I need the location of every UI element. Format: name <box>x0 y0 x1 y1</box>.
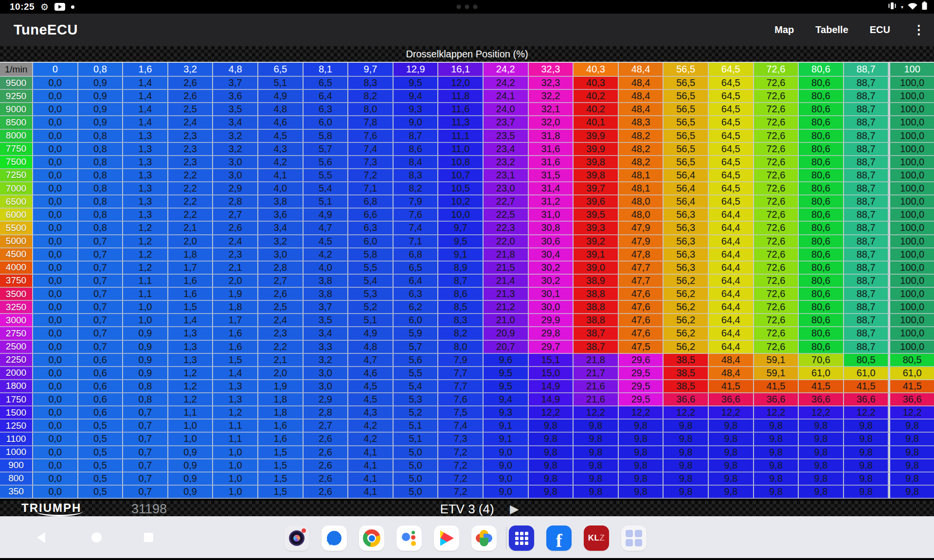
col-header[interactable]: 12,9 <box>394 63 439 77</box>
table-cell[interactable]: 88,7 <box>844 222 889 235</box>
table-cell[interactable]: 56,2 <box>664 288 709 301</box>
table-cell[interactable]: 5,1 <box>258 77 304 90</box>
row-header[interactable]: 5500 <box>0 222 33 235</box>
table-cell[interactable]: 88,7 <box>844 341 889 354</box>
table-cell[interactable]: 36,6 <box>799 393 844 406</box>
table-cell[interactable]: 41,5 <box>844 380 889 393</box>
table-cell[interactable]: 1,3 <box>123 182 168 195</box>
table-cell[interactable]: 0,8 <box>78 195 124 209</box>
table-cell[interactable]: 100,0 <box>889 156 934 169</box>
table-cell[interactable]: 0,0 <box>33 275 78 288</box>
table-cell[interactable]: 0,0 <box>33 420 78 433</box>
table-cell[interactable]: 32,2 <box>529 90 574 103</box>
table-cell[interactable]: 100,0 <box>889 327 934 340</box>
row-header[interactable]: 7250 <box>0 169 33 182</box>
table-cell[interactable]: 80,6 <box>799 103 844 116</box>
table-cell[interactable]: 100,0 <box>889 143 934 156</box>
table-cell[interactable]: 3,4 <box>304 327 349 340</box>
col-header[interactable]: 40,3 <box>574 63 619 77</box>
table-cell[interactable]: 8,4 <box>394 156 439 169</box>
table-cell[interactable]: 23,0 <box>484 182 529 195</box>
table-cell[interactable]: 31,0 <box>529 209 574 222</box>
table-cell[interactable]: 80,6 <box>799 156 844 169</box>
table-cell[interactable]: 0,7 <box>123 446 168 459</box>
table-cell[interactable]: 0,7 <box>78 301 124 314</box>
table-cell[interactable]: 8,3 <box>348 77 394 90</box>
table-cell[interactable]: 4,3 <box>348 406 394 420</box>
table-cell[interactable]: 3,6 <box>258 209 304 222</box>
table-cell[interactable]: 1,0 <box>168 420 214 433</box>
table-cell[interactable]: 5,0 <box>394 472 439 486</box>
table-cell[interactable]: 72,6 <box>754 77 799 90</box>
table-cell[interactable]: 39,7 <box>574 182 619 195</box>
table-cell[interactable]: 9,5 <box>484 380 529 393</box>
table-cell[interactable]: 61,0 <box>889 367 934 380</box>
table-cell[interactable]: 56,4 <box>664 169 709 182</box>
row-header[interactable]: 1800 <box>0 380 33 393</box>
table-cell[interactable]: 0,7 <box>123 486 168 499</box>
table-cell[interactable]: 9,8 <box>799 486 844 499</box>
table-cell[interactable]: 1,0 <box>168 433 214 446</box>
table-cell[interactable]: 9,8 <box>529 446 574 459</box>
table-cell[interactable]: 9,0 <box>484 459 529 472</box>
table-cell[interactable]: 7,2 <box>438 486 484 499</box>
table-cell[interactable]: 2,2 <box>168 169 214 182</box>
table-cell[interactable]: 0,8 <box>78 222 124 235</box>
table-cell[interactable]: 0,0 <box>33 156 78 169</box>
table-cell[interactable]: 0,5 <box>78 459 124 472</box>
table-cell[interactable]: 0,0 <box>33 367 78 380</box>
table-cell[interactable]: 39,9 <box>574 130 619 143</box>
table-cell[interactable]: 1,8 <box>258 393 304 406</box>
table-cell[interactable]: 4,8 <box>258 103 304 116</box>
table-cell[interactable]: 56,5 <box>664 116 709 129</box>
table-cell[interactable]: 80,6 <box>799 209 844 222</box>
table-cell[interactable]: 1,8 <box>213 301 258 314</box>
table-cell[interactable]: 5,1 <box>304 195 349 209</box>
table-cell[interactable]: 38,5 <box>664 367 709 380</box>
table-cell[interactable]: 4,3 <box>258 143 304 156</box>
table-cell[interactable]: 9,1 <box>484 420 529 433</box>
table-cell[interactable]: 80,6 <box>799 182 844 195</box>
table-cell[interactable]: 88,7 <box>844 235 889 248</box>
table-cell[interactable]: 47,9 <box>619 235 664 248</box>
table-cell[interactable]: 72,6 <box>754 116 799 129</box>
play-store-app-icon[interactable] <box>434 525 459 551</box>
table-cell[interactable]: 9,8 <box>709 446 754 459</box>
table-cell[interactable]: 72,6 <box>754 156 799 169</box>
table-cell[interactable]: 4,1 <box>348 486 394 499</box>
col-header[interactable]: 4,8 <box>213 63 258 77</box>
table-cell[interactable]: 39,9 <box>574 143 619 156</box>
table-cell[interactable]: 21,4 <box>484 275 529 288</box>
table-cell[interactable]: 2,8 <box>213 195 258 209</box>
table-cell[interactable]: 80,6 <box>799 275 844 288</box>
table-cell[interactable]: 7,7 <box>438 380 484 393</box>
table-cell[interactable]: 8,3 <box>394 169 439 182</box>
table-cell[interactable]: 72,6 <box>754 288 799 301</box>
table-cell[interactable]: 80,6 <box>799 130 844 143</box>
table-cell[interactable]: 2,1 <box>258 354 304 367</box>
table-cell[interactable]: 39,8 <box>574 169 619 182</box>
table-cell[interactable]: 1,3 <box>123 156 168 169</box>
table-cell[interactable]: 0,6 <box>78 354 124 367</box>
table-cell[interactable]: 72,6 <box>754 327 799 340</box>
menu-ecu[interactable]: ECU <box>870 24 890 35</box>
table-cell[interactable]: 1,6 <box>213 341 258 354</box>
col-header[interactable]: 56,5 <box>664 63 709 77</box>
table-cell[interactable]: 100,0 <box>889 169 934 182</box>
table-cell[interactable]: 47,5 <box>619 341 664 354</box>
col-header[interactable]: 100 <box>889 63 934 77</box>
table-cell[interactable]: 100,0 <box>889 182 934 195</box>
table-cell[interactable]: 0,7 <box>78 275 124 288</box>
table-cell[interactable]: 9,3 <box>394 103 439 116</box>
table-cell[interactable]: 10,8 <box>438 156 484 169</box>
table-cell[interactable]: 3,5 <box>213 103 258 116</box>
table-cell[interactable]: 7,2 <box>348 169 394 182</box>
table-cell[interactable]: 0,6 <box>78 367 124 380</box>
table-cell[interactable]: 9,8 <box>844 446 889 459</box>
menu-tabelle[interactable]: Tabelle <box>815 24 848 35</box>
table-cell[interactable]: 1,9 <box>258 380 304 393</box>
table-cell[interactable]: 0,0 <box>33 77 78 90</box>
table-cell[interactable]: 12,2 <box>844 406 889 420</box>
table-cell[interactable]: 5,4 <box>304 182 349 195</box>
table-cell[interactable]: 4,8 <box>348 341 394 354</box>
